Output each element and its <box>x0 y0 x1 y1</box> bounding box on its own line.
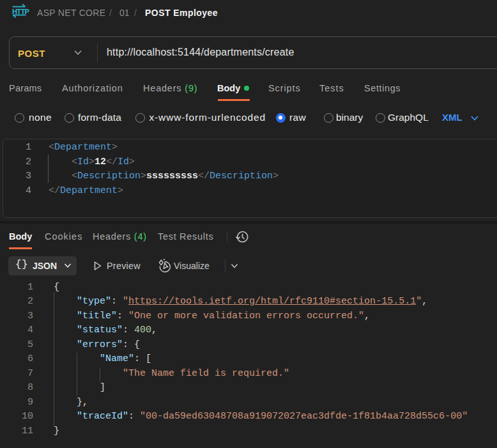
svg-text:HTTP: HTTP <box>12 8 29 15</box>
